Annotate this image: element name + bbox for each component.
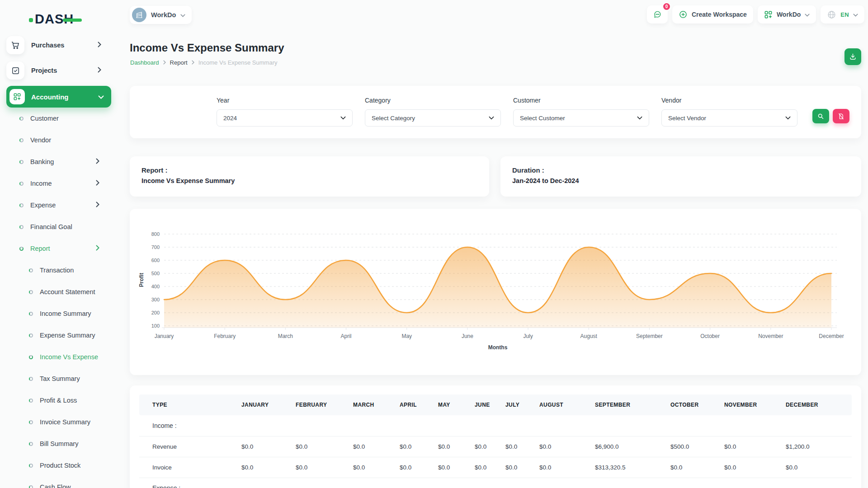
profit-chart-card: 100200300400500600700800JanuaryFebruaryM… [130,209,861,375]
svg-text:September: September [636,333,663,339]
amount-cell: $6,900.0 [595,436,670,457]
bullet-icon [29,399,33,403]
sidebar-item-profit-loss[interactable]: Profit & Loss [0,389,118,411]
sidebar-item-label: Income Summary [40,310,91,317]
chevron-down-icon [489,116,494,120]
sidebar-item-vendor[interactable]: Vendor [0,129,118,151]
plus-circle-icon [679,10,688,19]
chevron-right-icon [163,59,166,66]
amount-cell: $0.0 [296,436,353,457]
bullet-icon [29,355,33,359]
amount-cell: $0.0 [505,436,539,457]
accounting-submenu: CustomerVendorBankingIncomeExpenseFinanc… [0,108,118,488]
vendor-select[interactable]: Select Vendor [661,109,797,127]
create-workspace-button[interactable]: Create Workspace [672,5,753,23]
sidebar-item-income-summary[interactable]: Income Summary [0,303,118,324]
sidebar-item-label: Bill Summary [40,440,78,447]
sidebar-item-expense-summary[interactable]: Expense Summary [0,324,118,346]
year-select-value: 2024 [223,115,237,122]
duration-summary-card: Duration : Jan-2024 to Dec-2024 [500,156,861,197]
amount-cell: $0.0 [724,436,786,457]
svg-text:Profit: Profit [138,273,145,287]
sidebar-item-accounting-active[interactable]: Accounting [6,86,111,108]
svg-text:600: 600 [151,258,160,263]
chevron-down-icon [98,93,104,101]
sidebar-item-report[interactable]: Report [0,238,118,259]
svg-text:November: November [758,333,783,339]
chevron-right-icon [96,158,99,166]
chevron-down-icon [785,116,791,120]
sidebar-item-tax-summary[interactable]: Tax Summary [0,368,118,389]
sidebar-item-income-vs-expense[interactable]: Income Vs Expense [0,346,118,368]
sidebar-item-expense[interactable]: Expense [0,194,118,216]
column-header-month: JUNE [475,394,505,415]
sidebar-item-projects[interactable]: Projects [6,61,111,80]
bullet-icon [29,420,33,424]
bullet-icon [19,225,24,229]
chevron-right-icon [98,66,101,75]
sidebar-item-purchases[interactable]: Purchases [6,35,111,55]
sidebar-item-label: Expense [30,202,56,209]
bullet-icon [19,182,24,186]
sidebar-item-transaction[interactable]: Transaction [0,259,118,281]
report-card-value: Income Vs Expense Summary [142,177,477,184]
column-header-month: MAY [438,394,475,415]
column-header-month: APRIL [400,394,438,415]
download-icon [849,53,857,61]
amount-cell: $1,200.0 [786,436,852,457]
amount-cell: $500.0 [670,436,724,457]
sidebar-item-label: Income [30,180,52,187]
download-report-button[interactable] [844,48,861,65]
sidebar-item-label: Financial Goal [30,223,72,230]
amount-cell: $0.0 [241,436,296,457]
breadcrumb-report[interactable]: Report [170,59,188,66]
sidebar-item-banking[interactable]: Banking [0,151,118,173]
bullet-icon [19,247,24,251]
sidebar-item-label: Banking [30,158,54,165]
chevron-down-icon [637,116,642,120]
amount-cell: $0.0 [539,457,595,478]
year-filter-label: Year [217,97,353,104]
amount-cell: $0.0 [475,457,505,478]
language-selector[interactable]: EN [821,5,864,23]
svg-text:January: January [155,333,174,339]
column-header-month: SEPTEMBER [595,394,670,415]
page-title: Income Vs Expense Summary [130,42,284,54]
sidebar-item-label: Report [30,245,50,252]
svg-text:100: 100 [151,323,160,328]
sidebar-item-cash-flow[interactable]: Cash Flow [0,476,118,488]
apply-filter-button[interactable] [812,109,829,123]
table-row: Invoice$0.0$0.0$0.0$0.0$0.0$0.0$0.0$0.0$… [139,457,852,478]
sidebar-item-invoice-summary[interactable]: Invoice Summary [0,411,118,433]
sidebar-item-customer[interactable]: Customer [0,108,118,129]
app-logo[interactable]: DASH [29,12,82,27]
sidebar-item-income[interactable]: Income [0,173,118,194]
bullet-icon [29,442,33,446]
customer-select[interactable]: Select Customer [513,109,649,127]
sidebar-item-label: Cash Flow [40,483,71,488]
reset-filter-button[interactable] [833,109,849,123]
breadcrumb-dashboard[interactable]: Dashboard [130,59,159,66]
chevron-down-icon [180,11,185,19]
amount-cell: $0.0 [786,457,852,478]
workspace-dropdown[interactable]: WorkDo [758,5,816,23]
column-header-month: MARCH [353,394,400,415]
sidebar-item-product-stock[interactable]: Product Stock [0,455,118,476]
column-header-type: TYPE [139,394,241,415]
sidebar-item-financial-goal[interactable]: Financial Goal [0,216,118,238]
bullet-icon [29,268,33,272]
chevron-down-icon [340,116,346,120]
year-select[interactable]: 2024 [217,109,353,127]
amount-cell: $0.0 [241,457,296,478]
table-row: Revenue$0.0$0.0$0.0$0.0$0.0$0.0$0.0$0.0$… [139,436,852,457]
amount-cell: $0.0 [505,457,539,478]
messages-button[interactable]: 0 [647,5,668,23]
sidebar-item-account-statement[interactable]: Account Statement [0,281,118,303]
amount-cell: $0.0 [724,457,786,478]
workspace-switcher[interactable]: WorkDo [130,6,192,24]
sidebar-item-bill-summary[interactable]: Bill Summary [0,433,118,455]
table-section-row: Expense : [139,478,852,488]
category-select[interactable]: Select Category [365,109,501,127]
chevron-down-icon [805,10,810,19]
check-square-icon [6,61,24,80]
